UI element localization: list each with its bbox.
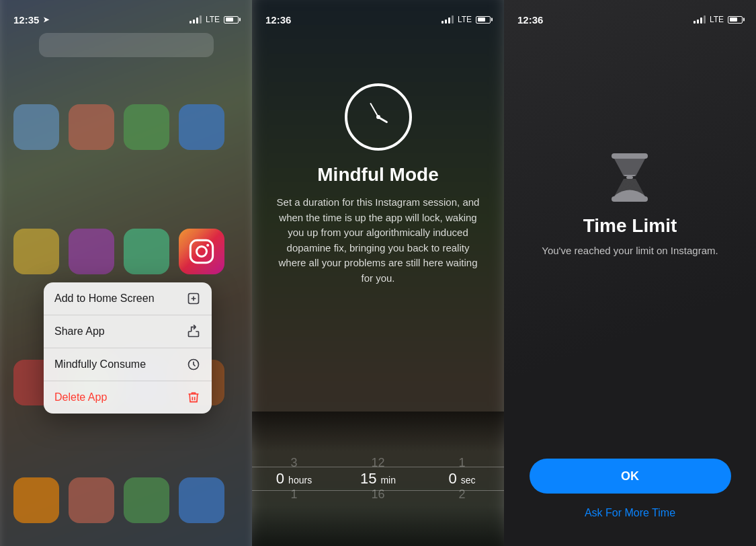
clock-time-middle: 12:36: [265, 14, 291, 26]
app-icon-blur-12[interactable]: [13, 477, 59, 523]
mindful-mode-description: Set a duration for this Instagram sessio…: [252, 195, 504, 286]
instagram-app-icon[interactable]: [179, 229, 224, 274]
signal-bar-m2: [445, 20, 447, 24]
app-row-1: [13, 104, 239, 150]
ok-label: OK: [621, 469, 639, 483]
menu-label-delete: Delete App: [54, 391, 107, 403]
signal-bar-m4: [452, 15, 454, 24]
app-icon-blur-7[interactable]: [124, 229, 169, 274]
location-icon: ➤: [43, 15, 49, 24]
right-panel: 12:36 LTE: [504, 0, 756, 546]
battery-right: [728, 16, 743, 24]
menu-item-delete[interactable]: Delete App: [44, 381, 212, 414]
menu-item-mindfully[interactable]: Mindfully Consume: [44, 348, 212, 381]
status-right-right: LTE: [694, 15, 743, 24]
time-left: 12:35 ➤: [13, 14, 49, 26]
ask-more-time-button[interactable]: Ask For More Time: [585, 507, 675, 519]
battery-fill-right: [730, 17, 738, 22]
clock-hands: [358, 97, 398, 137]
signal-bar-3: [196, 17, 198, 24]
trash-icon: [186, 390, 201, 405]
app-icon-blur-1[interactable]: [13, 104, 59, 150]
clock-icon-container: [345, 83, 412, 151]
app-icon-blur-4[interactable]: [179, 104, 224, 150]
status-right-left: LTE: [190, 15, 239, 24]
clock-circle: [345, 83, 412, 151]
status-bar-middle: 12:36 LTE: [252, 0, 504, 30]
middle-panel: 12:36 LTE: [252, 0, 504, 546]
search-bar-blur: [39, 33, 214, 57]
signal-bars-middle: [442, 15, 454, 24]
hours-unit: hours: [288, 475, 312, 485]
share-icon: [186, 324, 201, 339]
minutes-selected: 15: [360, 470, 376, 488]
time-middle: 12:36: [265, 14, 291, 26]
menu-item-share-app[interactable]: Share App: [44, 315, 212, 348]
battery-fill-left: [226, 17, 234, 22]
hours-selected: 0: [276, 470, 284, 488]
signal-bars-left: [190, 15, 202, 24]
svg-point-2: [206, 244, 209, 247]
seconds-unit: sec: [461, 475, 476, 485]
hours-below: 1: [290, 488, 297, 502]
signal-bar-4: [200, 15, 202, 24]
lte-label-right: LTE: [710, 15, 724, 24]
clock-icon: [186, 357, 201, 372]
signal-bar-r1: [694, 21, 696, 24]
seconds-picker[interactable]: 1 0 sec 2: [420, 456, 504, 502]
app-icon-blur-14[interactable]: [124, 477, 169, 523]
app-row-4: [13, 477, 239, 523]
battery-middle: [476, 16, 491, 24]
app-icon-blur-13[interactable]: [69, 477, 114, 523]
context-menu: Add to Home Screen Share App: [44, 282, 212, 414]
signal-bar-m3: [448, 17, 450, 24]
minutes-unit: min: [380, 475, 396, 485]
app-icon-blur-5[interactable]: [13, 229, 59, 274]
minutes-above: 12: [371, 456, 384, 470]
hourglass-icon: [606, 151, 653, 204]
battery-left: [224, 16, 239, 24]
svg-rect-9: [612, 196, 648, 202]
middle-content: 12:36 LTE: [252, 0, 504, 546]
menu-label-share-app: Share App: [54, 325, 105, 338]
app-icon-blur-15[interactable]: [179, 477, 224, 523]
battery-fill-middle: [478, 17, 486, 22]
hours-picker[interactable]: 3 0 hours 1: [252, 456, 336, 502]
seconds-selected: 0: [448, 470, 456, 488]
app-icon-blur-3[interactable]: [124, 104, 169, 150]
clock-center-dot: [376, 115, 380, 119]
time-limit-title: Time Limit: [583, 215, 677, 237]
plus-square-icon: [186, 291, 201, 306]
signal-bar-r3: [700, 17, 702, 24]
svg-rect-8: [626, 176, 633, 179]
ok-button[interactable]: OK: [530, 459, 731, 494]
signal-bar-m1: [442, 21, 444, 24]
right-content: 12:36 LTE: [504, 0, 756, 546]
time-right: 12:36: [517, 14, 543, 26]
svg-rect-0: [190, 240, 212, 262]
left-panel: 12:35 ➤ LTE: [0, 0, 252, 546]
signal-bar-r4: [704, 15, 706, 24]
hourglass-container: Time Limit You've reached your limit on …: [521, 151, 738, 256]
svg-rect-7: [612, 153, 648, 159]
minutes-picker[interactable]: 12 15 min 16: [336, 456, 420, 502]
status-bar-left: 12:35 ➤ LTE: [0, 0, 252, 30]
app-icon-blur-2[interactable]: [69, 104, 114, 150]
signal-bar-1: [190, 21, 192, 24]
time-picker-columns: 3 0 hours 1 12 15 min 16: [252, 412, 504, 546]
menu-label-mindfully: Mindfully Consume: [54, 358, 146, 370]
signal-bars-right: [694, 15, 706, 24]
seconds-below: 2: [458, 488, 465, 502]
signal-bar-2: [193, 20, 195, 24]
lte-label-left: LTE: [206, 15, 220, 24]
time-limit-description: You've reached your limit on Instagram.: [521, 245, 738, 256]
mindful-mode-title: Mindful Mode: [317, 164, 438, 186]
signal-bar-r2: [697, 20, 699, 24]
app-row-2: [13, 229, 239, 274]
app-icon-blur-6[interactable]: [69, 229, 114, 274]
time-picker-area[interactable]: 3 0 hours 1 12 15 min 16: [252, 412, 504, 546]
svg-point-1: [197, 247, 207, 257]
menu-item-add-home[interactable]: Add to Home Screen: [44, 282, 212, 315]
seconds-above: 1: [458, 456, 465, 470]
left-content: 12:35 ➤ LTE: [0, 0, 252, 546]
